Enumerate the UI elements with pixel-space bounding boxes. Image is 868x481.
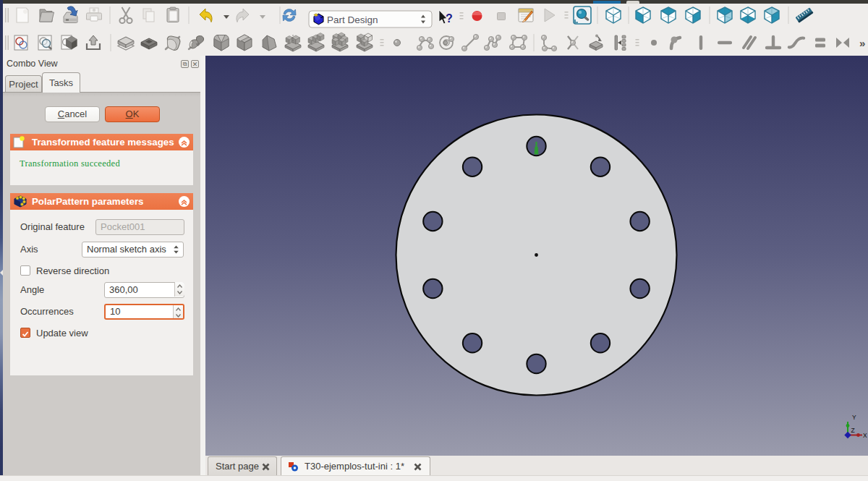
svg-text:Y: Y: [852, 414, 856, 421]
svg-text:Part Design: Part Design: [327, 14, 378, 25]
svg-text:?: ?: [446, 12, 453, 25]
svg-text:X: X: [863, 432, 867, 439]
svg-text:Z: Z: [851, 427, 855, 434]
svg-text:»: »: [859, 37, 865, 49]
